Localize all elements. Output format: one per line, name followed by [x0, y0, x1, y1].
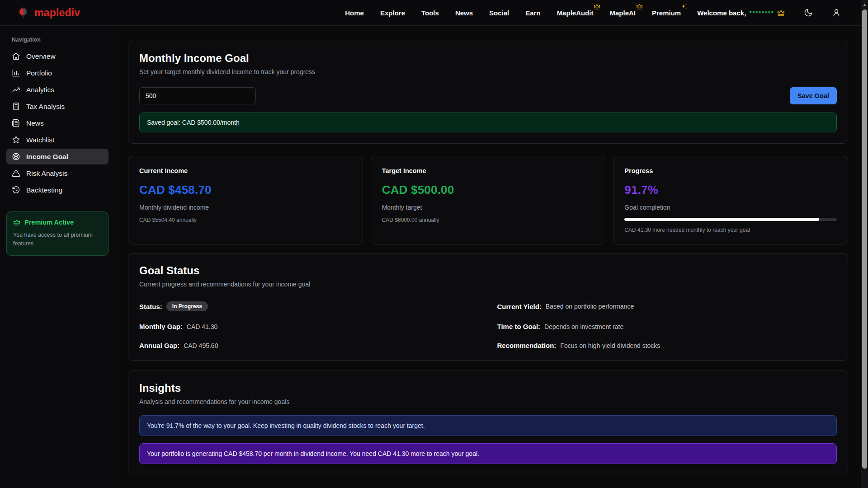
- save-goal-button[interactable]: Save Goal: [790, 87, 837, 104]
- target-income-card: Target Income CAD $500.00 Monthly target…: [371, 156, 606, 244]
- target-income-note: CAD $6000.00 annually: [382, 217, 594, 223]
- history-icon: [12, 186, 20, 194]
- target-income-value: CAD $500.00: [382, 183, 594, 197]
- page-subtitle: Set your target monthly dividend income …: [139, 68, 837, 75]
- target-icon: [12, 152, 20, 161]
- progress-bar-fill: [624, 218, 819, 221]
- saved-goal-banner: Saved goal: CAD $500.00/month: [139, 113, 837, 132]
- monthly-income-goal-card: Monthly Income Goal Set your target mont…: [128, 41, 848, 144]
- sidebar-item-risk-analysis[interactable]: Risk Analysis: [6, 165, 108, 181]
- sparkles-icon: [680, 3, 688, 12]
- scrollbar-thumb[interactable]: [862, 9, 867, 469]
- nav-item-premium[interactable]: Premium: [652, 9, 681, 17]
- sidebar-item-tax-analysis[interactable]: Tax Analysis: [6, 99, 108, 114]
- status-row: Status: In Progress: [139, 301, 479, 311]
- welcome-message: Welcome back, ********: [697, 9, 785, 17]
- target-income-title: Target Income: [382, 167, 594, 174]
- insight-item: You're 91.7% of the way to your goal. Ke…: [139, 415, 837, 436]
- nav-item-mapleai[interactable]: MapleAI: [609, 9, 636, 17]
- nav-item-earn[interactable]: Earn: [525, 9, 540, 17]
- current-income-subtitle: Monthly dividend income: [139, 204, 352, 211]
- nav-links: Home Explore Tools News Social Earn Mapl…: [345, 8, 841, 17]
- goal-form-row: Save Goal: [139, 87, 837, 104]
- progress-value: 91.7%: [624, 183, 837, 197]
- goal-status-card: Goal Status Current progress and recomme…: [128, 253, 848, 361]
- nav-item-social[interactable]: Social: [489, 9, 509, 17]
- star-icon: [12, 136, 20, 144]
- nav-item-tools[interactable]: Tools: [421, 9, 439, 17]
- goal-amount-input[interactable]: [139, 87, 256, 104]
- user-icon: [832, 8, 841, 17]
- sidebar-item-watchlist[interactable]: Watchlist: [6, 132, 108, 148]
- goal-status-subtitle: Current progress and recommendations for…: [139, 281, 837, 288]
- sidebar-item-analytics[interactable]: Analytics: [6, 82, 108, 98]
- calculator-icon: [12, 102, 20, 111]
- status-badge: In Progress: [166, 301, 208, 311]
- nav-item-mapleaudit[interactable]: MapleAudit: [557, 9, 594, 17]
- annual-gap-row: Annual Gap: CAD 495.60: [139, 342, 479, 349]
- crown-icon: [636, 3, 643, 11]
- goal-status-grid: Status: In Progress Current Yield: Based…: [139, 301, 837, 349]
- sidebar-item-income-goal[interactable]: Income Goal: [6, 149, 108, 164]
- premium-active-box: Premium Active You have access to all pr…: [6, 211, 108, 256]
- progress-card: Progress 91.7% Goal completion CAD 41.30…: [613, 156, 848, 244]
- current-income-card: Current Income CAD $458.70 Monthly divid…: [128, 156, 363, 244]
- premium-active-description: You have access to all premium features: [13, 231, 102, 249]
- premium-active-title: Premium Active: [13, 219, 102, 226]
- progress-title: Progress: [624, 167, 837, 174]
- crown-icon: [13, 219, 20, 225]
- insights-card: Insights Analysis and recommendations fo…: [128, 371, 848, 475]
- current-income-note: CAD $5504.40 annually: [139, 217, 352, 223]
- insights-title: Insights: [139, 382, 837, 394]
- goal-status-title: Goal Status: [139, 264, 837, 277]
- progress-bar: [624, 218, 837, 221]
- current-income-value: CAD $458.70: [139, 183, 352, 197]
- brand-name: maplediv: [34, 7, 80, 19]
- sidebar-item-news[interactable]: News: [6, 115, 108, 131]
- stats-row: Current Income CAD $458.70 Monthly divid…: [128, 156, 848, 244]
- current-income-title: Current Income: [139, 167, 352, 174]
- time-to-goal-row: Time to Goal: Depends on investment rate: [497, 323, 837, 330]
- dark-mode-toggle[interactable]: [804, 8, 813, 17]
- trending-up-icon: [12, 85, 20, 94]
- progress-subtitle: Goal completion: [624, 204, 837, 211]
- target-income-subtitle: Monthly target: [382, 204, 594, 211]
- sidebar-section-label: Navigation: [0, 37, 115, 43]
- newspaper-icon: [12, 119, 20, 127]
- insights-subtitle: Analysis and recommendations for your in…: [139, 398, 837, 405]
- masked-username: ********: [749, 9, 774, 17]
- sidebar-item-overview[interactable]: Overview: [6, 48, 108, 64]
- monthly-gap-row: Monthly Gap: CAD 41.30: [139, 323, 479, 330]
- nav-item-home[interactable]: Home: [345, 9, 364, 17]
- crown-icon: [777, 9, 785, 16]
- nav-item-news[interactable]: News: [455, 9, 473, 17]
- sidebar: Navigation Overview Portfolio Analytics …: [0, 26, 115, 488]
- page-scrollbar[interactable]: ▲: [861, 0, 868, 488]
- maple-leaf-icon: [16, 6, 30, 19]
- page-title: Monthly Income Goal: [139, 52, 837, 65]
- home-icon: [12, 52, 20, 61]
- sidebar-item-portfolio[interactable]: Portfolio: [6, 65, 108, 81]
- bar-chart-icon: [12, 69, 20, 77]
- progress-note: CAD 41.30 more needed monthly to reach y…: [624, 227, 837, 233]
- insight-item: Your portfolio is generating CAD $458.70…: [139, 443, 837, 464]
- sidebar-item-backtesting[interactable]: Backtesting: [6, 182, 108, 198]
- user-menu-button[interactable]: [832, 8, 841, 17]
- brand-logo[interactable]: maplediv: [16, 6, 80, 19]
- recommendation-row: Recommendation: Focus on high-yield divi…: [497, 342, 837, 349]
- crown-icon: [594, 3, 600, 11]
- current-yield-row: Current Yield: Based on portfolio perfor…: [497, 301, 837, 311]
- top-navbar: maplediv Home Explore Tools News Social …: [0, 0, 868, 26]
- scrollbar-up-arrow[interactable]: ▲: [861, 0, 868, 9]
- main-content: Monthly Income Goal Set your target mont…: [115, 26, 868, 475]
- nav-item-explore[interactable]: Explore: [380, 9, 405, 17]
- moon-icon: [804, 8, 813, 17]
- alert-triangle-icon: [12, 169, 20, 178]
